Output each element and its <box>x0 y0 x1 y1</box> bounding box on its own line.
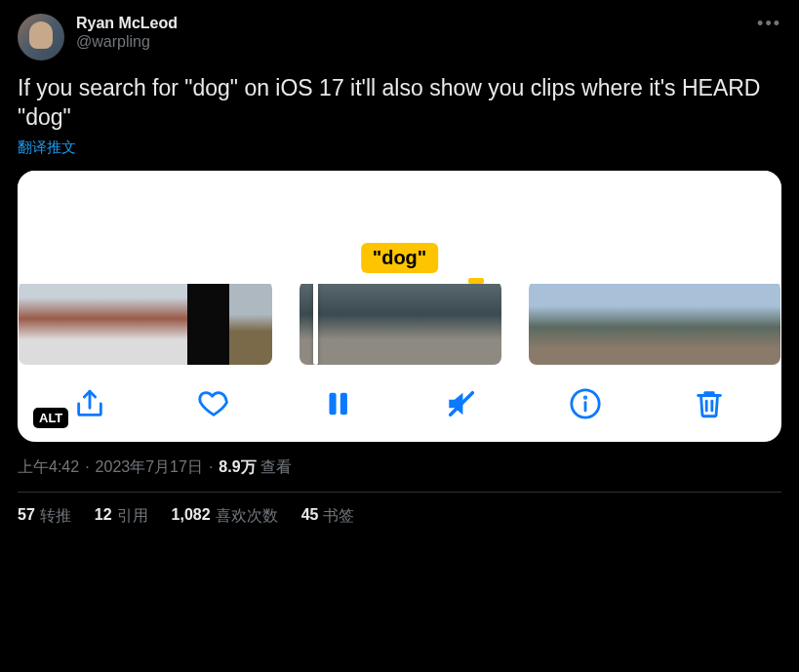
quotes-label: 引用 <box>117 506 148 527</box>
heart-icon[interactable] <box>197 387 230 420</box>
clip-group-2[interactable] <box>300 284 502 365</box>
views-label: 查看 <box>260 457 292 478</box>
stats-row: 57 转推 12 引用 1,082 喜欢次数 45 书签 <box>18 506 781 527</box>
likes-stat[interactable]: 1,082 喜欢次数 <box>172 506 278 527</box>
retweets-count: 57 <box>18 506 35 527</box>
clip-frame <box>145 284 187 365</box>
clip-frame <box>697 284 739 365</box>
clip-frame <box>613 284 655 365</box>
search-term-badge: "dog" <box>361 243 439 273</box>
media-card: "dog" <box>18 171 781 442</box>
handle[interactable]: @warpling <box>76 32 178 51</box>
clip-frame <box>19 284 60 365</box>
pause-icon[interactable] <box>321 387 354 420</box>
tweet-header: Ryan McLeod @warpling ••• <box>18 14 781 60</box>
bookmarks-stat[interactable]: 45 书签 <box>301 506 355 527</box>
bookmarks-label: 书签 <box>323 506 354 527</box>
info-icon[interactable] <box>569 387 602 420</box>
clip-group-3[interactable] <box>529 284 780 365</box>
playhead-indicator[interactable] <box>313 284 318 365</box>
translate-link[interactable]: 翻译推文 <box>18 138 76 157</box>
svg-point-5 <box>584 397 585 398</box>
likes-label: 喜欢次数 <box>216 506 278 527</box>
media-label-row: "dog" <box>18 241 781 284</box>
clip-frame <box>739 284 780 365</box>
clip-frame <box>655 284 697 365</box>
clip-frame <box>571 284 613 365</box>
svg-rect-1 <box>340 392 347 415</box>
tweet-time[interactable]: 上午4:42 <box>18 457 79 478</box>
divider <box>18 492 781 493</box>
tweet-meta: 上午4:42 · 2023年7月17日 · 8.9万 查看 <box>18 457 781 478</box>
mute-icon[interactable] <box>445 387 478 420</box>
more-icon[interactable]: ••• <box>757 14 781 34</box>
tweet-container: Ryan McLeod @warpling ••• If you search … <box>0 0 799 527</box>
clip-frame <box>300 284 367 365</box>
clip-group-1[interactable] <box>19 284 272 365</box>
retweets-stat[interactable]: 57 转推 <box>18 506 71 527</box>
clip-frame <box>367 284 434 365</box>
retweets-label: 转推 <box>40 506 71 527</box>
clip-frame <box>434 284 501 365</box>
tweet-date[interactable]: 2023年7月17日 <box>96 457 203 478</box>
tweet-text: If you search for "dog" on iOS 17 it'll … <box>18 74 781 133</box>
video-filmstrip[interactable] <box>18 284 781 370</box>
svg-rect-0 <box>329 392 336 415</box>
display-name[interactable]: Ryan McLeod <box>76 14 178 32</box>
clip-frame <box>229 284 271 365</box>
clip-frame <box>529 284 571 365</box>
alt-badge[interactable]: ALT <box>33 408 68 428</box>
media-toolbar <box>18 370 781 430</box>
clip-frame <box>103 284 145 365</box>
likes-count: 1,082 <box>172 506 211 527</box>
trash-icon[interactable] <box>693 387 726 420</box>
media-blank-area <box>18 171 781 241</box>
bookmarks-count: 45 <box>301 506 319 527</box>
views-count: 8.9万 <box>219 457 256 478</box>
author-block: Ryan McLeod @warpling <box>76 14 178 51</box>
clip-frame <box>187 284 229 365</box>
quotes-stat[interactable]: 12 引用 <box>95 506 148 527</box>
meta-separator: · <box>85 458 89 476</box>
share-icon[interactable] <box>73 387 106 420</box>
meta-separator: · <box>209 458 213 476</box>
quotes-count: 12 <box>95 506 112 527</box>
avatar[interactable] <box>18 14 64 60</box>
clip-frame <box>60 284 102 365</box>
